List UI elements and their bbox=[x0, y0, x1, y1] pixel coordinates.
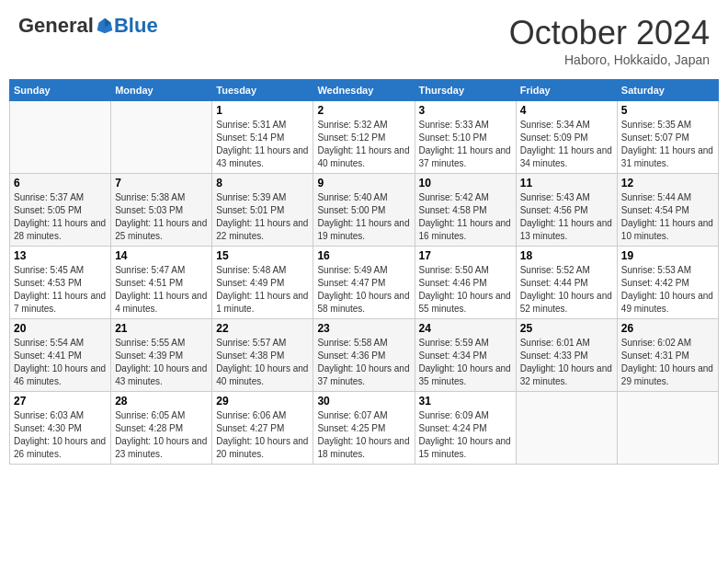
calendar-cell: 28Sunrise: 6:05 AMSunset: 4:28 PMDayligh… bbox=[111, 392, 212, 465]
day-number: 7 bbox=[115, 177, 208, 190]
calendar-cell: 7Sunrise: 5:38 AMSunset: 5:03 PMDaylight… bbox=[111, 174, 212, 247]
month-title: October 2024 bbox=[509, 14, 710, 52]
day-info: Sunrise: 5:38 AMSunset: 5:03 PMDaylight:… bbox=[115, 191, 208, 243]
day-info: Sunrise: 5:55 AMSunset: 4:39 PMDaylight:… bbox=[115, 337, 208, 388]
calendar-cell bbox=[111, 101, 212, 174]
day-info: Sunrise: 5:43 AMSunset: 4:56 PMDaylight:… bbox=[520, 191, 613, 243]
calendar-cell: 26Sunrise: 6:02 AMSunset: 4:31 PMDayligh… bbox=[617, 319, 718, 392]
day-info: Sunrise: 5:57 AMSunset: 4:38 PMDaylight:… bbox=[216, 337, 309, 388]
day-info: Sunrise: 5:49 AMSunset: 4:47 PMDaylight:… bbox=[317, 264, 410, 316]
day-info: Sunrise: 6:01 AMSunset: 4:33 PMDaylight:… bbox=[520, 337, 613, 388]
day-info: Sunrise: 5:31 AMSunset: 5:14 PMDaylight:… bbox=[216, 119, 309, 170]
day-info: Sunrise: 6:02 AMSunset: 4:31 PMDaylight:… bbox=[621, 337, 714, 388]
day-number: 28 bbox=[115, 395, 208, 408]
day-info: Sunrise: 5:47 AMSunset: 4:51 PMDaylight:… bbox=[115, 264, 208, 316]
day-number: 1 bbox=[216, 104, 309, 117]
day-info: Sunrise: 6:05 AMSunset: 4:28 PMDaylight:… bbox=[115, 409, 208, 461]
day-number: 19 bbox=[621, 249, 714, 262]
day-number: 21 bbox=[115, 322, 208, 335]
day-info: Sunrise: 5:45 AMSunset: 4:53 PMDaylight:… bbox=[14, 264, 107, 316]
day-number: 13 bbox=[14, 249, 107, 262]
day-info: Sunrise: 5:54 AMSunset: 4:41 PMDaylight:… bbox=[14, 337, 107, 388]
day-number: 29 bbox=[216, 395, 309, 408]
calendar-cell: 3Sunrise: 5:33 AMSunset: 5:10 PMDaylight… bbox=[415, 101, 516, 174]
column-header-saturday: Saturday bbox=[617, 80, 718, 101]
page-header: General Blue October 2024 Haboro, Hokkai… bbox=[9, 9, 719, 72]
day-number: 17 bbox=[419, 249, 512, 262]
day-number: 31 bbox=[419, 395, 512, 408]
calendar-cell: 6Sunrise: 5:37 AMSunset: 5:05 PMDaylight… bbox=[10, 174, 111, 247]
calendar-cell: 31Sunrise: 6:09 AMSunset: 4:24 PMDayligh… bbox=[415, 392, 516, 465]
calendar-cell: 15Sunrise: 5:48 AMSunset: 4:49 PMDayligh… bbox=[212, 247, 313, 319]
day-number: 23 bbox=[317, 322, 410, 335]
logo-general-text: General bbox=[18, 14, 94, 38]
day-info: Sunrise: 5:34 AMSunset: 5:09 PMDaylight:… bbox=[520, 119, 613, 170]
calendar-header-row: SundayMondayTuesdayWednesdayThursdayFrid… bbox=[10, 80, 719, 101]
column-header-wednesday: Wednesday bbox=[313, 80, 415, 101]
calendar-cell: 19Sunrise: 5:53 AMSunset: 4:42 PMDayligh… bbox=[617, 247, 718, 319]
calendar-table: SundayMondayTuesdayWednesdayThursdayFrid… bbox=[9, 79, 719, 465]
day-info: Sunrise: 5:40 AMSunset: 5:00 PMDaylight:… bbox=[317, 191, 410, 243]
day-info: Sunrise: 5:32 AMSunset: 5:12 PMDaylight:… bbox=[317, 119, 410, 170]
day-number: 10 bbox=[419, 177, 512, 190]
calendar-cell: 14Sunrise: 5:47 AMSunset: 4:51 PMDayligh… bbox=[111, 247, 212, 319]
calendar-cell: 27Sunrise: 6:03 AMSunset: 4:30 PMDayligh… bbox=[10, 392, 111, 465]
day-number: 6 bbox=[14, 177, 107, 190]
calendar-week-row: 20Sunrise: 5:54 AMSunset: 4:41 PMDayligh… bbox=[10, 319, 719, 392]
column-header-thursday: Thursday bbox=[415, 80, 516, 101]
day-info: Sunrise: 6:03 AMSunset: 4:30 PMDaylight:… bbox=[14, 409, 107, 461]
day-number: 24 bbox=[419, 322, 512, 335]
logo: General Blue bbox=[18, 14, 158, 38]
calendar-cell: 16Sunrise: 5:49 AMSunset: 4:47 PMDayligh… bbox=[313, 247, 415, 319]
calendar-cell: 23Sunrise: 5:58 AMSunset: 4:36 PMDayligh… bbox=[313, 319, 415, 392]
calendar-week-row: 27Sunrise: 6:03 AMSunset: 4:30 PMDayligh… bbox=[10, 392, 719, 465]
day-info: Sunrise: 5:33 AMSunset: 5:10 PMDaylight:… bbox=[419, 119, 512, 170]
calendar-cell bbox=[10, 101, 111, 174]
calendar-cell bbox=[617, 392, 718, 465]
day-info: Sunrise: 6:06 AMSunset: 4:27 PMDaylight:… bbox=[216, 409, 309, 461]
title-block: October 2024 Haboro, Hokkaido, Japan bbox=[509, 14, 710, 67]
day-number: 30 bbox=[317, 395, 410, 408]
calendar-cell: 10Sunrise: 5:42 AMSunset: 4:58 PMDayligh… bbox=[415, 174, 516, 247]
day-number: 22 bbox=[216, 322, 309, 335]
calendar-week-row: 1Sunrise: 5:31 AMSunset: 5:14 PMDaylight… bbox=[10, 101, 719, 174]
calendar-cell: 8Sunrise: 5:39 AMSunset: 5:01 PMDaylight… bbox=[212, 174, 313, 247]
day-info: Sunrise: 5:39 AMSunset: 5:01 PMDaylight:… bbox=[216, 191, 309, 243]
day-info: Sunrise: 5:50 AMSunset: 4:46 PMDaylight:… bbox=[419, 264, 512, 316]
calendar-cell: 2Sunrise: 5:32 AMSunset: 5:12 PMDaylight… bbox=[313, 101, 415, 174]
day-number: 3 bbox=[419, 104, 512, 117]
day-info: Sunrise: 5:35 AMSunset: 5:07 PMDaylight:… bbox=[621, 119, 714, 170]
column-header-tuesday: Tuesday bbox=[212, 80, 313, 101]
calendar-cell: 20Sunrise: 5:54 AMSunset: 4:41 PMDayligh… bbox=[10, 319, 111, 392]
column-header-monday: Monday bbox=[111, 80, 212, 101]
calendar-week-row: 13Sunrise: 5:45 AMSunset: 4:53 PMDayligh… bbox=[10, 247, 719, 319]
day-number: 12 bbox=[621, 177, 714, 190]
day-number: 5 bbox=[621, 104, 714, 117]
calendar-cell: 17Sunrise: 5:50 AMSunset: 4:46 PMDayligh… bbox=[415, 247, 516, 319]
column-header-sunday: Sunday bbox=[10, 80, 111, 101]
day-number: 18 bbox=[520, 249, 613, 262]
calendar-cell: 12Sunrise: 5:44 AMSunset: 4:54 PMDayligh… bbox=[617, 174, 718, 247]
day-number: 25 bbox=[520, 322, 613, 335]
day-info: Sunrise: 5:52 AMSunset: 4:44 PMDaylight:… bbox=[520, 264, 613, 316]
calendar-cell bbox=[516, 392, 617, 465]
calendar-cell: 21Sunrise: 5:55 AMSunset: 4:39 PMDayligh… bbox=[111, 319, 212, 392]
logo-icon bbox=[96, 17, 114, 35]
calendar-cell: 9Sunrise: 5:40 AMSunset: 5:00 PMDaylight… bbox=[313, 174, 415, 247]
calendar-cell: 18Sunrise: 5:52 AMSunset: 4:44 PMDayligh… bbox=[516, 247, 617, 319]
day-number: 4 bbox=[520, 104, 613, 117]
day-info: Sunrise: 5:58 AMSunset: 4:36 PMDaylight:… bbox=[317, 337, 410, 388]
day-number: 27 bbox=[14, 395, 107, 408]
day-number: 8 bbox=[216, 177, 309, 190]
day-number: 20 bbox=[14, 322, 107, 335]
logo-blue-text: Blue bbox=[114, 14, 158, 38]
day-number: 2 bbox=[317, 104, 410, 117]
day-info: Sunrise: 6:09 AMSunset: 4:24 PMDaylight:… bbox=[419, 409, 512, 461]
day-info: Sunrise: 6:07 AMSunset: 4:25 PMDaylight:… bbox=[317, 409, 410, 461]
day-number: 16 bbox=[317, 249, 410, 262]
calendar-cell: 30Sunrise: 6:07 AMSunset: 4:25 PMDayligh… bbox=[313, 392, 415, 465]
calendar-cell: 5Sunrise: 5:35 AMSunset: 5:07 PMDaylight… bbox=[617, 101, 718, 174]
calendar-week-row: 6Sunrise: 5:37 AMSunset: 5:05 PMDaylight… bbox=[10, 174, 719, 247]
day-number: 26 bbox=[621, 322, 714, 335]
day-info: Sunrise: 5:37 AMSunset: 5:05 PMDaylight:… bbox=[14, 191, 107, 243]
